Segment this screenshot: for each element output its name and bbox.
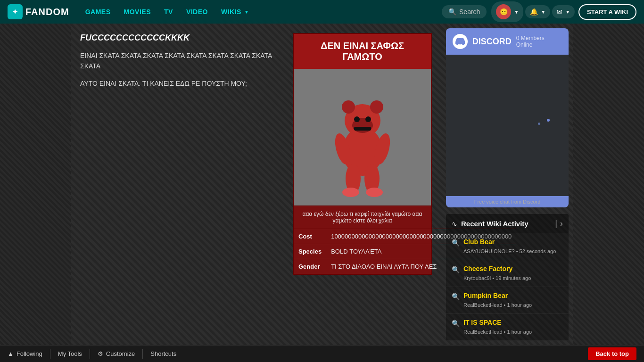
discord-widget[interactable]: DISCORD 0 Members Online Free voice chat… [446, 28, 569, 207]
following-button[interactable]: ▲ Following [8, 350, 42, 357]
msg-dropdown-arrow: ▼ [565, 9, 570, 15]
infobox: ΔΕΝ ΕΙΝΑΙ ΣΑΦΩΣ ΓΑΜΩΤΟ [293, 33, 432, 275]
list-item: 🔍 Club Bear ASAYUOHUIONOLE? • 52 seconds… [446, 233, 569, 260]
activity-search-icon-3: 🔍 [452, 320, 460, 327]
envelope-icon: ✉ [557, 8, 562, 16]
infobox-label-species: Species [294, 244, 326, 259]
right-panel: DISCORD 0 Members Online Free voice chat… [441, 24, 573, 362]
back-to-top-button[interactable]: Back to top [588, 347, 636, 360]
svg-point-3 [370, 100, 383, 114]
search-bar[interactable]: 🔍 Search [442, 5, 487, 18]
search-label: Search [459, 8, 480, 16]
footer-divider-3 [142, 349, 143, 359]
customize-button[interactable]: ⚙ Customize [98, 350, 135, 357]
activity-item-content: Pumpkin Bear RealBucketHead • 1 hour ago [463, 292, 532, 309]
notifications-btn[interactable]: 🔔 ▼ [525, 5, 550, 18]
following-icon: ▲ [8, 350, 14, 357]
infobox-caption: ααα εγώ δεν ξέρω τι καρφί παιχνίδι γαμώτ… [294, 206, 431, 229]
shortcuts-button[interactable]: Shortcuts [150, 350, 176, 357]
avatar: 😐 [496, 4, 511, 19]
svg-point-12 [342, 188, 359, 197]
activity-title: Recent Wiki Activity [461, 220, 551, 228]
left-sidebar-decoration [0, 24, 71, 362]
activity-link-0[interactable]: Club Bear [463, 238, 556, 246]
fandom-logo-text: FANDOM [25, 7, 69, 17]
activity-link-3[interactable]: IT IS SPACE [463, 319, 532, 326]
nav-tv[interactable]: TV [159, 5, 178, 18]
activity-list: 🔍 Club Bear ASAYUOHUIONOLE? • 52 seconds… [446, 233, 569, 341]
gear-icon: ⚙ [98, 350, 103, 357]
nav-games[interactable]: GAMES [81, 5, 116, 18]
nav-user-icons: 😐 ▼ 🔔 ▼ ✉ ▼ [491, 1, 575, 22]
activity-item-content: Cheese Factory Krytoubac9l • 19 minutes … [463, 265, 531, 282]
footer-divider-1 [50, 349, 50, 359]
avatar-dropdown-arrow: ▼ [514, 9, 519, 15]
activity-meta-2: RealBucketHead • 1 hour ago [463, 302, 532, 308]
footer-divider-2 [90, 349, 90, 359]
list-item: 🔍 Cheese Factory Krytoubac9l • 19 minute… [446, 260, 569, 287]
footer-bar: ▲ Following My Tools ⚙ Customize Shortcu… [0, 345, 644, 362]
activity-link-1[interactable]: Cheese Factory [463, 265, 531, 272]
messages-btn[interactable]: ✉ ▼ [552, 5, 575, 18]
nav-movies[interactable]: MOVIES [119, 5, 156, 18]
bell-icon: 🔔 [530, 8, 538, 16]
discord-logo-icon [453, 34, 468, 49]
svg-point-2 [342, 100, 355, 114]
top-navigation: ✦ FANDOM GAMES MOVIES TV VIDEO WIKIS▼ 🔍 … [0, 0, 644, 24]
nav-links: GAMES MOVIES TV VIDEO WIKIS▼ [81, 5, 254, 18]
discord-body [446, 55, 569, 196]
activity-meta-1: Krytoubac9l • 19 minutes ago [463, 275, 531, 281]
svg-rect-7 [354, 127, 371, 131]
discord-footer: Free voice chat from Discord [446, 196, 569, 207]
recent-wiki-activity: ∿ Recent Wiki Activity | › 🔍 Club Bear A… [446, 214, 569, 341]
activity-meta-0: ASAYUOHUIONOLE? • 52 seconds ago [463, 248, 556, 254]
site-logo[interactable]: ✦ FANDOM [8, 4, 69, 19]
activity-search-icon-0: 🔍 [452, 239, 460, 247]
my-tools-button[interactable]: My Tools [58, 350, 82, 357]
activity-header: ∿ Recent Wiki Activity | › [446, 214, 569, 233]
infobox-title: ΔΕΝ ΕΙΝΑΙ ΣΑΦΩΣ ΓΑΜΩΤΟ [294, 34, 431, 69]
activity-link-2[interactable]: Pumpkin Bear [463, 292, 532, 299]
discord-members-count: 0 Members Online [516, 35, 562, 48]
page-wrapper: ΔΕΝ ΕΙΝΑΙ ΣΑΦΩΣ ΓΑΜΩΤΟ [0, 24, 644, 362]
activity-meta-3: RealBucketHead • 1 hour ago [463, 329, 532, 335]
activity-search-icon-2: 🔍 [452, 293, 460, 300]
user-avatar-btn[interactable]: 😐 ▼ [491, 1, 523, 22]
activity-nav: | › [555, 219, 563, 229]
list-item: 🔍 Pumpkin Bear RealBucketHead • 1 hour a… [446, 287, 569, 314]
nav-video[interactable]: VIDEO [182, 5, 213, 18]
infobox-label-gender: Gender [294, 259, 326, 274]
bear-svg [325, 76, 400, 198]
infobox-image [294, 69, 431, 206]
discord-name: DISCORD [472, 37, 512, 47]
content-area: ΔΕΝ ΕΙΝΑΙ ΣΑΦΩΣ ΓΑΜΩΤΟ [71, 24, 573, 362]
svg-point-5 [354, 116, 360, 122]
list-item: 🔍 IT IS SPACE RealBucketHead • 1 hour ag… [446, 314, 569, 341]
right-sidebar-decoration [573, 24, 644, 362]
infobox-label-cost: Cost [294, 229, 326, 244]
activity-prev-btn[interactable]: | [555, 219, 557, 229]
start-wiki-button[interactable]: START A WIKI [578, 4, 636, 20]
activity-next-btn[interactable]: › [560, 219, 563, 229]
svg-point-6 [365, 116, 371, 122]
nav-wikis[interactable]: WIKIS▼ [216, 5, 254, 18]
svg-point-13 [366, 188, 383, 197]
activity-item-content: Club Bear ASAYUOHUIONOLE? • 52 seconds a… [463, 238, 556, 255]
activity-wave-icon: ∿ [452, 220, 457, 228]
wikis-dropdown-arrow: ▼ [244, 9, 249, 15]
notif-dropdown-arrow: ▼ [541, 9, 545, 15]
main-content: ΔΕΝ ΕΙΝΑΙ ΣΑΦΩΣ ΓΑΜΩΤΟ [71, 24, 441, 362]
search-icon: 🔍 [448, 8, 456, 16]
discord-header: DISCORD 0 Members Online [446, 28, 569, 55]
activity-search-icon-1: 🔍 [452, 266, 460, 273]
fandom-logo-icon: ✦ [8, 4, 23, 19]
activity-item-content: IT IS SPACE RealBucketHead • 1 hour ago [463, 319, 532, 336]
